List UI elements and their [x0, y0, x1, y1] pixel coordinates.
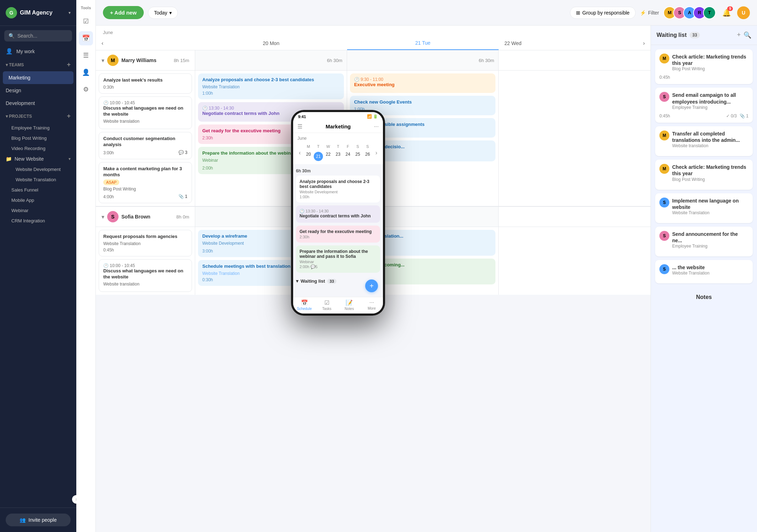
waiting-card[interactable]: S Implement new language on website Webs…: [655, 193, 753, 223]
sidebar-item-design[interactable]: Design: [0, 84, 76, 97]
tool-calendar-icon[interactable]: 📅: [79, 31, 93, 45]
avatar-5[interactable]: T: [703, 6, 716, 19]
waiting-card[interactable]: S Send email campaign to all employees i…: [655, 88, 753, 122]
waiting-search-button[interactable]: 🔍: [744, 31, 751, 39]
phone-date[interactable]: 26: [363, 150, 373, 163]
waiting-card-avatar: M: [659, 54, 669, 63]
spacer-sofia-extra: [499, 207, 651, 227]
task-time: 🕐 9:30 - 11:00: [354, 77, 492, 82]
phone-date[interactable]: 22: [323, 150, 333, 163]
phone-tab-more[interactable]: ··· More: [361, 299, 383, 311]
tool-settings-icon[interactable]: ⚙: [79, 82, 93, 96]
collapse-arrow-marry[interactable]: ▾: [102, 57, 104, 64]
waiting-card-subtitle: Blog Post Writing: [672, 66, 748, 71]
task-title: Request proposals form agencies: [103, 234, 187, 240]
sidebar-item-marketing[interactable]: Marketing: [3, 71, 73, 84]
phone-task-card[interactable]: Prepare the information about the webina…: [296, 245, 380, 273]
task-title: Analyze proposals and choose 2-3 best ca…: [202, 77, 340, 83]
phone-prev-button[interactable]: ‹: [297, 150, 302, 156]
waiting-card[interactable]: M Check article: Marketing trends this y…: [655, 49, 753, 84]
task-card[interactable]: Make a content marketing plan for 3 mont…: [99, 162, 192, 203]
waiting-card[interactable]: S ... the website Website Translation: [655, 260, 753, 283]
phone-overlay: 9:41 📶 🔋 ☰ Marketing ··· June ‹ M T W T …: [291, 110, 385, 316]
waiting-card[interactable]: M Check article: Marketing trends this y…: [655, 160, 753, 189]
task-card[interactable]: Conduct customer segmentation analysis 3…: [99, 132, 192, 160]
phone-tab-schedule[interactable]: 📅 Schedule: [293, 299, 316, 311]
phone-task-duration: 2:30h: [300, 235, 377, 239]
sidebar-item-development[interactable]: Development: [0, 97, 76, 110]
phone-expand-icon[interactable]: ▾: [296, 278, 298, 284]
sidebar-item-crm-integration[interactable]: CRM Integration: [0, 216, 76, 226]
sidebar-item-webinar[interactable]: Webinar: [0, 205, 76, 216]
task-check-meta: ✓ 0/3: [726, 113, 737, 118]
sidebar-item-employee-training[interactable]: Employee Training: [0, 123, 76, 133]
task-duration: 4:00h: [103, 194, 114, 199]
waiting-add-button[interactable]: +: [737, 31, 741, 39]
sidebar-item-blog-post-writing[interactable]: Blog Post Writing: [0, 133, 76, 143]
search-bar[interactable]: 🔍 Search...: [4, 30, 72, 41]
invite-people-button[interactable]: 👥 Invite people: [6, 514, 71, 526]
sidebar-item-video-recording[interactable]: Video Recording: [0, 143, 76, 154]
sidebar-header[interactable]: G GIM Agency ▾: [0, 0, 76, 26]
phone-date[interactable]: 25: [353, 150, 363, 163]
phone-app-title: Marketing: [305, 123, 371, 129]
sidebar-item-mobile-app[interactable]: Mobile App: [0, 195, 76, 205]
sidebar-item-new-website[interactable]: 📁 New Website ▾: [0, 154, 76, 164]
waiting-card[interactable]: M Transfer all completed translations in…: [655, 126, 753, 156]
task-card[interactable]: 🕐 9:30 - 11:00 Executive meeting: [350, 73, 496, 93]
phone-date[interactable]: 20: [303, 150, 313, 163]
phone-calendar-nav: June ‹ M T W T F S S 20: [293, 133, 383, 164]
task-card[interactable]: 🕐 10:00 - 10:45 Discuss what languages w…: [99, 259, 192, 292]
phone-date[interactable]: 24: [343, 150, 353, 163]
phone-date[interactable]: 23: [333, 150, 343, 163]
phone-task-card[interactable]: Analyze proposals and choose 2-3 best ca…: [296, 176, 380, 203]
phone-date[interactable]: 21: [313, 150, 323, 163]
task-subtitle: Blog Post Writing: [103, 187, 187, 192]
waiting-card[interactable]: S Send announcement for the ne... Employ…: [655, 227, 753, 256]
phone-menu-icon[interactable]: ☰: [297, 123, 302, 130]
day-column-sofia-mon: Request proposals form agencies Website …: [96, 227, 195, 295]
collapse-arrow-sofia[interactable]: ▾: [102, 214, 104, 220]
phone-next-button[interactable]: ›: [374, 150, 379, 156]
task-card[interactable]: Analyze last week's results 0:30h: [99, 73, 192, 94]
sidebar-item-mywork[interactable]: 👤 My work: [0, 44, 76, 58]
task-card[interactable]: Analyze proposals and choose 2-3 best ca…: [198, 73, 344, 99]
notifications-button[interactable]: 🔔 9: [720, 6, 733, 19]
tool-check-icon[interactable]: ☑: [79, 14, 93, 28]
phone-header: ☰ Marketing ···: [293, 120, 383, 133]
sidebar-item-website-translation[interactable]: Website Translation: [0, 174, 76, 185]
phone-today-date[interactable]: 21: [314, 152, 323, 161]
filter-button[interactable]: ⚡ Filter: [640, 10, 659, 16]
sidebar-item-website-development[interactable]: Website Development: [0, 164, 76, 174]
phone-task-card[interactable]: 🕐 13:30 - 14:30 Negotiate contract terms…: [296, 205, 380, 223]
task-title: Make a content marketing plan for 3 mont…: [103, 166, 187, 178]
task-attachment: 📎 1: [179, 194, 187, 199]
task-card[interactable]: Request proposals form agencies Website …: [99, 230, 192, 256]
tool-person-icon[interactable]: 👤: [79, 65, 93, 79]
waiting-card-avatar: M: [659, 164, 669, 174]
person-name-marry: Marry Williams: [121, 57, 157, 63]
today-button[interactable]: Today ▾: [148, 7, 178, 19]
marketing-label: Marketing: [9, 75, 30, 81]
spacer-wed-extra: [499, 71, 651, 206]
tool-list-icon[interactable]: ☰: [79, 48, 93, 62]
phone-tab-tasks[interactable]: ☑ Tasks: [316, 299, 338, 311]
add-project-button[interactable]: +: [67, 112, 71, 120]
phone-tab-notes-label: Notes: [345, 307, 354, 311]
add-team-button[interactable]: +: [67, 61, 71, 68]
next-day-button[interactable]: ›: [643, 40, 645, 46]
sidebar-item-sales-funnel[interactable]: Sales Funnel: [0, 185, 76, 195]
current-user-avatar[interactable]: U: [737, 6, 750, 19]
phone-fab-button[interactable]: +: [365, 279, 378, 292]
phone-task-card[interactable]: Get ready for the executive meeting 2:30…: [296, 226, 380, 243]
waiting-card-subtitle: Employee Training: [672, 244, 748, 249]
prev-day-button[interactable]: ‹: [102, 40, 103, 46]
task-card[interactable]: 🕐 10:00 - 10:45 Discuss what languages w…: [99, 96, 192, 129]
design-label: Design: [6, 88, 21, 93]
phone-tab-notes[interactable]: 📝 Notes: [338, 299, 361, 311]
waiting-card-title: ... the website: [672, 264, 709, 271]
group-by-button[interactable]: ⊞ Group by responsible: [570, 7, 636, 19]
teams-label: ▾ Teams: [6, 62, 24, 67]
phone-more-icon[interactable]: ···: [374, 123, 379, 130]
add-new-button[interactable]: + Add new: [103, 6, 144, 19]
